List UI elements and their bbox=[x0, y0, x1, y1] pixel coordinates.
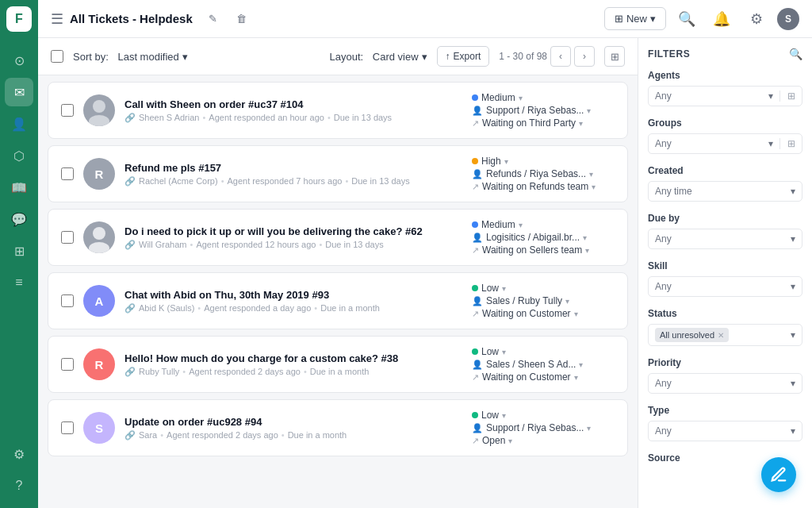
ticket-tags: Low ▾ 👤 Sales / Ruby Tully ▾ ↗ Waiting o… bbox=[472, 283, 615, 319]
status-label: Open bbox=[482, 435, 505, 446]
ticket-title[interactable]: Chat with Abid on Thu, 30th May 2019 #93 bbox=[124, 289, 462, 301]
status-icon: ↗ bbox=[472, 182, 479, 192]
ticket-checkbox[interactable] bbox=[61, 104, 74, 117]
priority-dot bbox=[472, 412, 478, 418]
ticket-tags: Medium ▾ 👤 Logisitics / Abigail.br... ▾ … bbox=[472, 219, 615, 256]
status-tag[interactable]: ↗ Waiting on Customer ▾ bbox=[472, 308, 578, 319]
page-title: All Tickets - Helpdesk bbox=[70, 12, 193, 25]
agents-select-main[interactable]: Any ▾ bbox=[649, 87, 779, 106]
priority-dot bbox=[472, 285, 478, 291]
status-label: Waiting on Customer bbox=[482, 371, 571, 383]
status-tag[interactable]: ↗ Open ▾ bbox=[472, 435, 512, 446]
sidebar-icon-help[interactable]: ? bbox=[5, 471, 33, 500]
team-tag[interactable]: 👤 Refunds / Riya Sebas... ▾ bbox=[472, 168, 593, 179]
select-all-checkbox[interactable] bbox=[51, 50, 63, 63]
priority-label: Medium bbox=[481, 92, 515, 103]
skill-label: Skill bbox=[648, 260, 802, 271]
main-content: ☰ All Tickets - Helpdesk ✎ 🗑 ⊞ New ▾ 🔍 🔔… bbox=[38, 0, 812, 508]
groups-select-main[interactable]: Any ▾ bbox=[649, 134, 779, 153]
sidebar-icon-chat[interactable]: 💬 bbox=[5, 205, 33, 233]
ticket-time: Agent responded 2 days ago bbox=[167, 430, 278, 440]
status-select[interactable]: All unresolved ✕ ▾ bbox=[648, 324, 802, 346]
ticket-title[interactable]: Update on order #uc928 #94 bbox=[124, 416, 462, 428]
status-tag[interactable]: ↗ Waiting on Refunds team ▾ bbox=[472, 181, 596, 192]
sort-button[interactable]: Sort by: Last modified ▾ bbox=[73, 51, 188, 63]
priority-tag[interactable]: Medium ▾ bbox=[472, 219, 523, 230]
layout-button[interactable]: Layout: Card view ▾ bbox=[330, 51, 427, 63]
ticket-agent: Sara bbox=[139, 430, 157, 440]
notifications-icon[interactable]: 🔔 bbox=[707, 5, 736, 33]
ticket-title[interactable]: Do i need to pick it up or will you be d… bbox=[124, 225, 462, 237]
export-button[interactable]: ↑ Export bbox=[437, 46, 490, 67]
status-tag-remove-icon[interactable]: ✕ bbox=[718, 331, 724, 340]
user-avatar[interactable]: S bbox=[777, 8, 799, 30]
prev-page-button[interactable]: ‹ bbox=[550, 46, 571, 67]
due-by-select[interactable]: Any ▾ bbox=[648, 229, 802, 249]
next-page-button[interactable]: › bbox=[574, 46, 595, 67]
svg-point-2 bbox=[93, 227, 105, 240]
ticket-checkbox[interactable] bbox=[61, 294, 74, 307]
settings-action-icon[interactable]: ⚙ bbox=[742, 5, 771, 33]
delete-icon[interactable]: 🗑 bbox=[231, 8, 253, 30]
created-select[interactable]: Any time ▾ bbox=[648, 181, 802, 202]
ticket-checkbox[interactable] bbox=[61, 358, 74, 371]
fab-button[interactable] bbox=[761, 457, 796, 492]
edit-icon[interactable]: ✎ bbox=[202, 8, 224, 30]
ticket-checkbox[interactable] bbox=[61, 231, 74, 244]
priority-tag[interactable]: Low ▾ bbox=[472, 346, 506, 357]
team-tag[interactable]: 👤 Sales / Sheen S Ad... ▾ bbox=[472, 359, 583, 370]
ticket-info: Call with Sheen on order #uc37 #104 🔗 Sh… bbox=[124, 98, 462, 123]
sidebar-icon-home[interactable]: ⊙ bbox=[5, 46, 33, 75]
created-value: Any time bbox=[655, 186, 692, 197]
ticket-title[interactable]: Refund me pls #157 bbox=[124, 162, 462, 174]
status-tag[interactable]: ↗ Waiting on Customer ▾ bbox=[472, 371, 578, 383]
new-button[interactable]: ⊞ New ▾ bbox=[604, 7, 666, 30]
team-tag[interactable]: 👤 Logisitics / Abigail.br... ▾ bbox=[472, 232, 587, 243]
priority-tag[interactable]: Medium ▾ bbox=[472, 92, 523, 103]
team-tag[interactable]: 👤 Sales / Ruby Tully ▾ bbox=[472, 295, 569, 306]
ticket-title[interactable]: Hello! How much do you charge for a cust… bbox=[124, 352, 462, 364]
groups-action-icon[interactable]: ⊞ bbox=[779, 138, 802, 149]
team-tag[interactable]: 👤 Support / Riya Sebas... ▾ bbox=[472, 422, 591, 433]
export-label: Export bbox=[454, 51, 481, 62]
priority-tag[interactable]: High ▾ bbox=[472, 156, 508, 167]
ticket-agent: Ruby Tully bbox=[139, 367, 179, 376]
agents-action-icon[interactable]: ⊞ bbox=[779, 90, 802, 102]
priority-dot bbox=[472, 348, 478, 355]
status-icon: ↗ bbox=[472, 309, 479, 319]
sidebar-icon-groups[interactable]: ⬡ bbox=[5, 141, 33, 170]
priority-tag[interactable]: Low ▾ bbox=[472, 283, 506, 294]
status-label: Waiting on Refunds team bbox=[482, 181, 588, 192]
ticket-info: Update on order #uc928 #94 🔗 Sara • Agen… bbox=[124, 416, 462, 441]
svg-point-0 bbox=[93, 100, 105, 113]
sidebar-icon-contacts[interactable]: 👤 bbox=[5, 110, 33, 138]
priority-tag[interactable]: Low ▾ bbox=[472, 410, 506, 421]
menu-toggle-icon[interactable]: ☰ bbox=[51, 10, 63, 28]
priority-chevron: ▾ bbox=[519, 221, 523, 229]
sort-value: Last modified bbox=[117, 51, 178, 63]
sidebar-icon-list[interactable]: ≡ bbox=[5, 268, 33, 297]
ticket-checkbox[interactable] bbox=[61, 421, 74, 434]
team-chevron: ▾ bbox=[589, 170, 593, 179]
agents-select[interactable]: Any ▾ ⊞ bbox=[648, 86, 802, 106]
sidebar-icon-reports[interactable]: 📖 bbox=[5, 173, 33, 202]
app-logo[interactable]: F bbox=[6, 6, 32, 32]
sidebar-icon-inbox[interactable]: ✉ bbox=[5, 78, 33, 106]
status-tag[interactable]: ↗ Waiting on Third Party ▾ bbox=[472, 117, 583, 129]
sidebar-icon-settings[interactable]: ⚙ bbox=[5, 440, 33, 468]
sort-chevron-icon: ▾ bbox=[182, 51, 188, 63]
sidebar-icon-integration[interactable]: ⊞ bbox=[5, 237, 33, 265]
ticket-icon: 🔗 bbox=[124, 303, 136, 314]
ticket-title[interactable]: Call with Sheen on order #uc37 #104 bbox=[124, 98, 462, 110]
groups-select[interactable]: Any ▾ ⊞ bbox=[648, 133, 802, 154]
type-select[interactable]: Any ▾ bbox=[648, 421, 802, 441]
priority-select[interactable]: Any ▾ bbox=[648, 373, 802, 394]
ticket-checkbox[interactable] bbox=[61, 167, 74, 180]
grid-view-button[interactable]: ⊞ bbox=[604, 46, 625, 67]
search-icon[interactable]: 🔍 bbox=[672, 5, 701, 33]
filter-search-icon[interactable]: 🔍 bbox=[789, 48, 802, 60]
status-tag[interactable]: ↗ Waiting on Sellers team ▾ bbox=[472, 244, 589, 256]
ticket-info: Refund me pls #157 🔗 Rachel (Acme Corp) … bbox=[124, 162, 462, 187]
skill-select[interactable]: Any ▾ bbox=[648, 276, 802, 297]
team-tag[interactable]: 👤 Support / Riya Sebas... ▾ bbox=[472, 105, 591, 116]
